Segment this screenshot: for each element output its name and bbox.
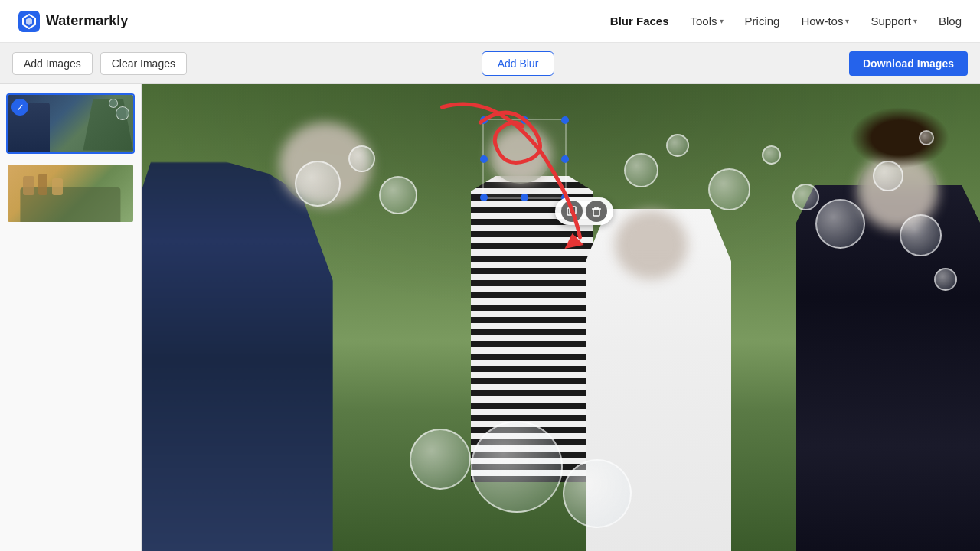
bubble-8 <box>919 130 934 145</box>
photo-background <box>142 84 980 551</box>
thumb-bubble-1 <box>116 106 129 120</box>
handle-bc[interactable] <box>521 194 528 201</box>
nav-blur-faces[interactable]: Blur Faces <box>610 15 669 28</box>
bubble-10 <box>934 268 957 291</box>
toolbar-center: Add Blur <box>194 51 841 76</box>
howtos-chevron-icon: ▾ <box>845 17 849 25</box>
handle-tr[interactable] <box>561 116 569 124</box>
thumb-2-bg-shape <box>20 187 120 222</box>
add-blur-button[interactable]: Add Blur <box>482 51 555 76</box>
bubble-large-2 <box>471 421 563 513</box>
nav-brand-area: Watermarkly <box>18 11 128 32</box>
image-sidebar: ✓ <box>0 84 142 551</box>
bubble-top-1 <box>379 176 417 214</box>
svg-rect-2 <box>570 207 576 214</box>
child-1-silhouette <box>142 162 333 552</box>
handle-tl[interactable] <box>480 116 488 124</box>
support-chevron-icon: ▾ <box>913 17 917 25</box>
bubble-4 <box>762 145 781 165</box>
bubble-6 <box>815 199 865 249</box>
clear-images-button[interactable]: Clear Images <box>100 52 187 75</box>
copy-blur-button[interactable] <box>561 201 583 222</box>
bubble-top-3 <box>295 161 341 207</box>
trash-icon <box>591 206 602 217</box>
copy-icon <box>567 206 577 217</box>
bubble-top-2 <box>348 145 375 172</box>
thumb-bubble-2 <box>109 99 118 108</box>
tools-chevron-icon: ▾ <box>720 17 724 25</box>
thumb-2-figure-2 <box>38 174 47 195</box>
brand-name: Watermarkly <box>46 13 128 29</box>
svg-rect-3 <box>593 209 599 216</box>
handle-mr[interactable] <box>561 155 569 163</box>
thumbnail-1[interactable]: ✓ <box>6 93 135 154</box>
handle-tc[interactable] <box>521 116 528 124</box>
nav-support[interactable]: Support ▾ <box>871 15 917 28</box>
download-images-button[interactable]: Download Images <box>849 51 968 76</box>
nav-tools[interactable]: Tools ▾ <box>691 15 724 28</box>
delete-blur-button[interactable] <box>586 201 607 222</box>
selection-box[interactable] <box>482 119 567 199</box>
bubble-2 <box>666 134 689 157</box>
selection-toolbar <box>555 197 613 225</box>
nav-links: Blur Faces Tools ▾ Pricing How-tos ▾ Sup… <box>610 15 962 28</box>
toolbar: Add Images Clear Images Add Blur Downloa… <box>0 43 980 84</box>
nav-pricing[interactable]: Pricing <box>745 15 780 28</box>
handle-ml[interactable] <box>480 155 488 163</box>
bubble-9 <box>900 214 942 256</box>
bubble-large-3 <box>563 459 632 528</box>
canvas-area[interactable] <box>142 84 980 551</box>
bubble-7 <box>873 161 903 191</box>
bubble-5 <box>792 184 819 210</box>
thumb-1-check: ✓ <box>11 99 28 116</box>
watermarkly-logo-icon <box>18 11 40 32</box>
bubble-3 <box>708 168 750 210</box>
toolbar-right: Download Images <box>849 51 968 76</box>
face-blur-3 <box>615 210 688 279</box>
bubble-1 <box>624 153 658 187</box>
add-images-button[interactable]: Add Images <box>12 52 93 75</box>
nav-blog[interactable]: Blog <box>939 15 962 28</box>
thumbnail-2[interactable] <box>6 163 135 223</box>
thumb-2-figure-1 <box>23 176 34 195</box>
main-layout: ✓ <box>0 84 980 551</box>
bubble-large-1 <box>410 429 471 490</box>
nav-howtos[interactable]: How-tos ▾ <box>801 15 849 28</box>
handle-bl[interactable] <box>480 194 488 201</box>
thumb-2-figure-3 <box>52 178 63 195</box>
child-4-hair <box>850 107 949 168</box>
navbar: Watermarkly Blur Faces Tools ▾ Pricing H… <box>0 0 980 43</box>
thumb-2-preview <box>8 165 133 222</box>
